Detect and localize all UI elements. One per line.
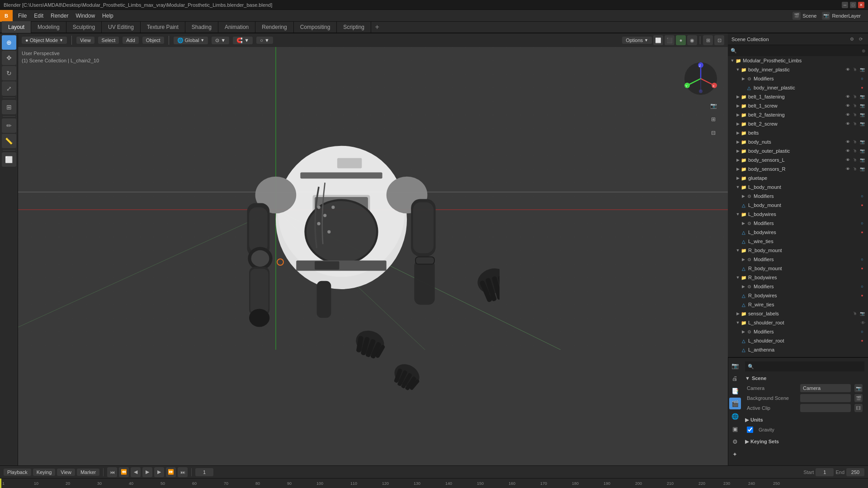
3d-viewport[interactable]: ● Object Mode ▼ View Select Add Object 🌐…: [18, 33, 728, 465]
cursor-tool[interactable]: ⊕: [2, 35, 16, 50]
props-search-input[interactable]: [756, 364, 862, 369]
zoom-camera-icon[interactable]: 📷: [708, 100, 719, 111]
tab-compositing[interactable]: Compositing: [294, 21, 337, 33]
tree-item-l-wire-ties[interactable]: △ L_wire_ties: [728, 237, 868, 246]
wireframe-mode-btn[interactable]: ⬜: [653, 35, 663, 45]
maximize-button[interactable]: □: [850, 2, 856, 8]
filter-icon[interactable]: ⚙: [848, 36, 855, 43]
scale-tool[interactable]: ⤢: [2, 81, 16, 96]
transform-space[interactable]: 🌐 Global ▼: [174, 37, 208, 44]
menu-window[interactable]: Window: [72, 10, 99, 22]
modifier-props-btn[interactable]: ⚙: [729, 436, 741, 447]
tree-item-root-collection[interactable]: ▼ 📁 Modular_Prosthetic_Limbs: [728, 56, 868, 65]
tree-item-l-anthenna[interactable]: △ L_anthenna: [728, 345, 868, 354]
tree-item-r-body-mount-col[interactable]: ▼ 📁 R_body_mount: [728, 246, 868, 255]
jump-start-btn[interactable]: ⏮: [107, 467, 117, 477]
active-clip-icon[interactable]: 🎞: [854, 404, 863, 412]
move-tool[interactable]: ✥: [2, 51, 16, 65]
pivot-selector[interactable]: ⊙ ▼: [212, 37, 229, 44]
tab-rendering[interactable]: Rendering: [255, 21, 293, 33]
units-section[interactable]: ▶ Units: [745, 415, 864, 425]
proportional-edit[interactable]: ○ ▼: [256, 37, 273, 44]
current-frame-input[interactable]: 1: [195, 468, 213, 476]
tree-item-l-body-mount-mod[interactable]: ▶ ⚙ Modifiers ○: [728, 192, 868, 201]
close-button[interactable]: ✕: [858, 2, 864, 8]
scene-section-title[interactable]: ▼ Scene: [745, 373, 864, 383]
scene-props-btn[interactable]: 🎬: [729, 398, 741, 409]
tab-modeling[interactable]: Modeling: [31, 21, 66, 33]
region-overlap-icon[interactable]: ⊞: [708, 114, 719, 125]
camera-prop-icon[interactable]: 📷: [854, 384, 863, 392]
tree-item-body-inner-plastic-col[interactable]: ▼ 📁 body_inner_plastic 👁 🖱 📷: [728, 65, 868, 74]
tree-item-l-shoulder-cylinder[interactable]: ▼ 📁 L_shoulder_cylinder: [728, 354, 868, 357]
tab-scripting[interactable]: Scripting: [337, 21, 371, 33]
bg-scene-value[interactable]: [800, 394, 851, 402]
prev-keyframe-btn[interactable]: ⏪: [119, 467, 129, 477]
tree-item-body-inner-plastic-mesh[interactable]: ▶ △ body_inner_plastic ●: [728, 83, 868, 92]
next-keyframe-btn[interactable]: ⏩: [166, 467, 176, 477]
add-workspace-button[interactable]: +: [371, 21, 383, 33]
tree-item-l-body-mount-mesh[interactable]: △ L_body_mount ●: [728, 201, 868, 210]
camera-prop-value[interactable]: Camera: [800, 384, 851, 392]
tree-item-belt-1-screw[interactable]: ▶ 📁 belt_1_screw 👁 🖱 📷: [728, 101, 868, 110]
tree-item-body-outer-plastic[interactable]: ▶ 📁 body_outer_plastic 👁 🖱 📷: [728, 146, 868, 155]
view-menu[interactable]: View: [76, 37, 94, 44]
object-menu[interactable]: Object: [142, 37, 164, 44]
tree-item-r-bodywires-mod[interactable]: ▶ ⚙ Modifiers ○: [728, 282, 868, 291]
tree-item-body-sensors-l[interactable]: ▶ 📁 body_sensors_L 👁 🖱 📷: [728, 155, 868, 164]
menu-file[interactable]: File: [14, 10, 30, 22]
outliner-search-input[interactable]: [739, 48, 860, 53]
material-mode-btn[interactable]: ●: [676, 35, 686, 45]
end-frame-input[interactable]: 250: [846, 468, 864, 476]
tree-item-belts[interactable]: ▶ 📁 belts: [728, 128, 868, 137]
tree-item-body-sensors-r[interactable]: ▶ 📁 body_sensors_R 👁 🖱 📷: [728, 164, 868, 174]
active-clip-value[interactable]: [800, 404, 851, 412]
minimize-button[interactable]: ─: [842, 2, 848, 8]
measure-tool[interactable]: 📏: [2, 134, 16, 148]
start-frame-input[interactable]: 1: [816, 468, 834, 476]
jump-end-btn[interactable]: ⏭: [178, 467, 188, 477]
keying-sets-section[interactable]: ▶ Keying Sets: [745, 436, 864, 446]
tree-item-belt-1-fastening[interactable]: ▶ 📁 belt_1_fastening 👁 🖱 📷: [728, 92, 868, 101]
overlay-toggle[interactable]: ⊞: [703, 35, 713, 45]
orientation-gizmo[interactable]: Z X Y: [683, 61, 719, 97]
tree-item-l-shoulder-root-col[interactable]: ▼ 📁 L_shoulder_root 👁: [728, 318, 868, 327]
gravity-checkbox[interactable]: [747, 427, 753, 433]
annotate-tool[interactable]: ✏: [2, 118, 16, 133]
object-props-btn[interactable]: ▣: [729, 423, 741, 435]
menu-edit[interactable]: Edit: [30, 10, 47, 22]
view-layer-props-btn[interactable]: 📑: [729, 385, 741, 397]
select-menu[interactable]: Select: [98, 37, 119, 44]
add-cube-tool[interactable]: ⬜: [2, 152, 16, 167]
view-menu-timeline[interactable]: View: [57, 469, 75, 476]
tab-texture-paint[interactable]: Texture Paint: [141, 21, 185, 33]
tree-item-l-body-mount-col[interactable]: ▼ 📁 L_body_mount: [728, 183, 868, 192]
rotate-tool[interactable]: ↻: [2, 66, 16, 80]
tree-item-l-bodywires-mod[interactable]: ▶ ⚙ Modifiers ○: [728, 219, 868, 228]
snap-toggle[interactable]: 🧲 ▼: [233, 37, 253, 44]
tree-item-sensor-labels[interactable]: ▶ 📁 sensor_labels 🖱 📷: [728, 309, 868, 318]
next-frame-btn[interactable]: ▶: [154, 467, 164, 477]
tree-item-gluetape[interactable]: ▶ 📁 gluetape: [728, 174, 868, 183]
play-btn[interactable]: ▶: [142, 467, 152, 477]
tab-animation[interactable]: Animation: [218, 21, 255, 33]
render-layer-icon[interactable]: 📷: [822, 12, 830, 20]
scene-selector-icon[interactable]: 🎬: [793, 12, 801, 20]
tree-item-r-wire-ties[interactable]: △ R_wire_ties: [728, 300, 868, 309]
render-props-btn[interactable]: 📷: [729, 360, 741, 371]
filter-type-icon[interactable]: ⊕: [862, 48, 865, 53]
playback-menu[interactable]: Playback: [4, 469, 31, 476]
tree-item-l-shoulder-root-mesh[interactable]: △ L_shoulder_root ●: [728, 336, 868, 345]
tree-item-l-shoulder-root-mod[interactable]: ▶ ⚙ Modifiers ○: [728, 327, 868, 336]
grid-view-icon[interactable]: ⊟: [708, 127, 719, 138]
tree-item-r-bodywires-mesh[interactable]: △ R_bodywires ●: [728, 291, 868, 300]
prev-frame-btn[interactable]: ◀: [131, 467, 141, 477]
marker-menu[interactable]: Marker: [77, 469, 99, 476]
tree-item-modifiers-1[interactable]: ▶ ⚙ Modifiers ○: [728, 74, 868, 83]
tree-item-body-nuts[interactable]: ▶ 📁 body_nuts 👁 🖱 📷: [728, 137, 868, 146]
bg-scene-icon[interactable]: 🎬: [854, 394, 863, 402]
tree-item-belt-2-screw[interactable]: ▶ 📁 belt_2_screw 👁 🖱 📷: [728, 119, 868, 128]
keying-menu[interactable]: Keying: [33, 469, 56, 476]
tab-sculpting[interactable]: Sculpting: [66, 21, 102, 33]
transform-tool[interactable]: ⊞: [2, 100, 16, 114]
